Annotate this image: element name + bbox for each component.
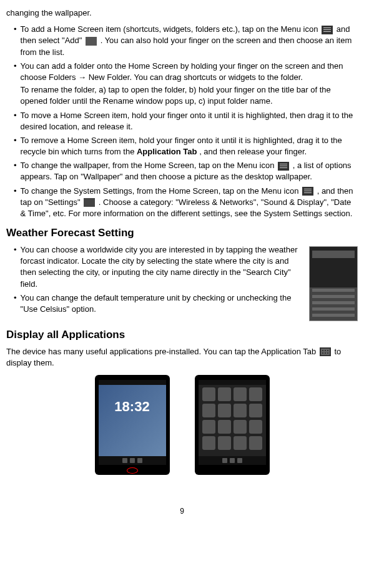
bullet-dot: • xyxy=(14,110,17,132)
weather-row: • You can choose a worldwide city you ar… xyxy=(6,244,358,321)
highlight-circle xyxy=(127,467,138,474)
app-icon xyxy=(234,420,247,434)
text: To change the System Settings, from the … xyxy=(21,186,301,196)
bullet-dot: • xyxy=(14,244,17,290)
bullet-add-folder: • You can add a folder onto the Home Scr… xyxy=(6,61,358,107)
bullet-dot: • xyxy=(14,292,17,315)
arrow-icon: → xyxy=(78,72,86,82)
app-icon xyxy=(202,436,215,450)
app-icon xyxy=(202,404,215,417)
bullet-change-wallpaper: • To change the wallpaper, from the Home… xyxy=(6,160,358,182)
bullet-content: To remove a Home Screen item, hold your … xyxy=(21,135,358,157)
nav-dot xyxy=(237,458,242,463)
bullet-dot: • xyxy=(14,135,17,157)
menu-icon xyxy=(278,162,289,171)
weather-text: • You can choose a worldwide city you ar… xyxy=(6,244,304,321)
bullet-dot: • xyxy=(14,160,17,182)
app-grid xyxy=(202,387,262,455)
bullet-content: You can add a folder onto the Home Scree… xyxy=(21,61,358,107)
text: The device has many useful applications … xyxy=(6,347,318,356)
device-screenshots-row: 18:32 xyxy=(6,375,358,475)
weather-screenshot xyxy=(309,246,358,321)
nav-dot xyxy=(137,458,142,463)
app-icon xyxy=(249,436,262,450)
app-icon xyxy=(218,387,231,401)
menu-icon xyxy=(302,187,313,196)
app-icon xyxy=(218,404,231,417)
bullet-move-item: • To move a Home Screen item, hold your … xyxy=(6,110,358,132)
app-icon xyxy=(234,404,247,417)
bottom-bar xyxy=(99,456,166,465)
clock-widget: 18:32 xyxy=(99,397,166,417)
bullet-change-settings: • To change the System Settings, from th… xyxy=(6,186,358,220)
bullet-add-item: • To add a Home Screen item (shortcuts, … xyxy=(6,24,358,58)
app-icon xyxy=(218,420,231,434)
app-icon xyxy=(202,420,215,434)
device-screen: 18:32 xyxy=(99,380,166,465)
app-icon xyxy=(234,387,247,401)
app-icon xyxy=(202,387,215,401)
app-icon xyxy=(249,420,262,434)
bullet-weather-unit: • You can change the default temperature… xyxy=(6,292,304,315)
nav-dot xyxy=(122,458,127,463)
add-icon xyxy=(86,37,97,46)
bullet-dot: • xyxy=(14,186,17,220)
nav-dot xyxy=(222,458,227,463)
nav-dot xyxy=(230,458,235,463)
application-tab-label: Application Tab xyxy=(137,147,197,156)
weather-heading: Weather Forecast Setting xyxy=(6,226,358,241)
text: New Folder. You can drag shortcuts or wi… xyxy=(89,72,303,82)
bullet-remove-item: • To remove a Home Screen item, hold you… xyxy=(6,135,358,157)
top-fragment: changing the wallpaper. xyxy=(6,7,358,19)
settings-icon xyxy=(84,198,95,207)
bullet-weather-city: • You can choose a worldwide city you ar… xyxy=(6,244,304,290)
app-icon xyxy=(249,404,262,417)
app-icon xyxy=(218,436,231,450)
status-bar xyxy=(99,380,166,385)
bottom-bar xyxy=(199,456,266,465)
app-icon xyxy=(234,436,247,450)
text: To rename the folder, a) tap to open the… xyxy=(21,84,358,107)
bullet-content: To add a Home Screen item (shortcuts, wi… xyxy=(21,24,358,58)
application-tab-icon xyxy=(320,347,331,356)
menu-icon xyxy=(322,26,333,34)
bullet-content: To change the System Settings, from the … xyxy=(21,186,358,220)
display-apps-heading: Display all Applications xyxy=(6,327,358,342)
text: To add a Home Screen item (shortcuts, wi… xyxy=(21,24,321,34)
bullet-content: To change the wallpaper, from the Home S… xyxy=(21,160,358,182)
text: To move a Home Screen item, hold your fi… xyxy=(21,110,358,132)
text: To change the wallpaper, from the Home S… xyxy=(21,161,277,170)
text: You can choose a worldwide city you are … xyxy=(21,244,304,290)
bullet-dot: • xyxy=(14,61,17,107)
text: You can change the default temperature u… xyxy=(21,292,304,315)
nav-dot xyxy=(130,458,135,463)
device-screen xyxy=(199,380,266,465)
app-icon xyxy=(249,387,262,401)
bullet-dot: • xyxy=(14,24,17,58)
device-home-screenshot: 18:32 xyxy=(95,375,170,475)
page-number: 9 xyxy=(6,506,358,517)
text: , and then release your finger. xyxy=(199,147,307,156)
display-apps-paragraph: The device has many useful applications … xyxy=(6,346,358,369)
device-apps-screenshot xyxy=(195,375,270,475)
status-bar xyxy=(199,380,266,385)
